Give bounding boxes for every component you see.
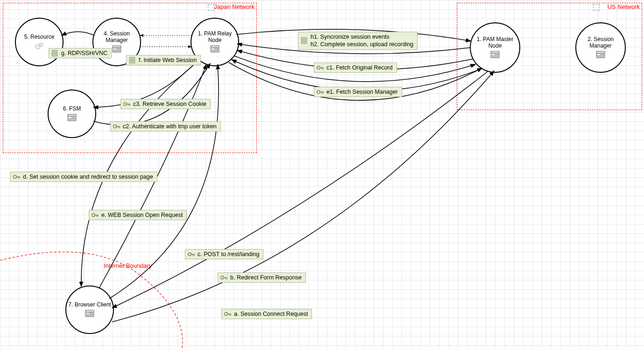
key-icon bbox=[13, 173, 20, 181]
label-c: c. POST to /rest/landing bbox=[185, 249, 263, 259]
node-fsm[interactable]: 6. FSM bbox=[48, 90, 96, 138]
region-label: US Network bbox=[608, 3, 640, 10]
doc-icon bbox=[300, 37, 308, 44]
node-browser-client[interactable]: 7. Browser Client bbox=[65, 285, 114, 334]
key-icon bbox=[220, 274, 227, 281]
node-label: 6. FSM bbox=[61, 106, 83, 112]
gears-icon bbox=[35, 42, 44, 50]
label-e: e. WEB Session Open Request bbox=[89, 210, 187, 220]
label-c3: c3. Retrieve Session Cookie bbox=[120, 99, 211, 109]
label-text: f. Initiate Web Session bbox=[139, 57, 197, 63]
key-icon bbox=[316, 64, 324, 71]
key-icon bbox=[187, 251, 195, 258]
label-text: d. Set session cookie and redirect to se… bbox=[23, 174, 153, 180]
label-a: a. Session Connect Request bbox=[221, 309, 312, 319]
node-label: 1. PAM Master Node bbox=[471, 36, 519, 49]
label-line2: h2. Complete session, upload recording bbox=[311, 41, 413, 48]
label-text: a. Session Connect Request bbox=[234, 311, 308, 317]
label-text: b. Redirect Form Response bbox=[230, 274, 302, 281]
label-e1: e1. Fetch Session Manager bbox=[314, 87, 402, 97]
node-session-manager-us[interactable]: 2. Session Manager bbox=[575, 22, 626, 73]
key-icon bbox=[224, 310, 231, 318]
label-line1: h1. Syncronize session events bbox=[311, 34, 389, 40]
node-label: 5. Resource bbox=[22, 34, 57, 41]
window-icon bbox=[67, 113, 77, 122]
label-text: c2. Authenticate with tmp user token bbox=[123, 123, 217, 130]
internet-boundary-label: Internet Boundary bbox=[104, 262, 152, 269]
node-label: 2. Session Manager bbox=[576, 36, 625, 49]
label-text: c1. Fetch Original Record bbox=[326, 64, 393, 71]
region-icon bbox=[208, 4, 214, 11]
window-icon bbox=[596, 50, 605, 59]
label-d: d. Set session cookie and redirect to se… bbox=[10, 172, 157, 182]
label-text: g. RDP/SSH/VNC bbox=[61, 50, 107, 56]
window-icon bbox=[210, 45, 219, 53]
node-label: 1. PAM Relay Node bbox=[191, 31, 238, 44]
label-c2: c2. Authenticate with tmp user token bbox=[110, 121, 221, 132]
label-text: c3. Retrieve Session Cookie bbox=[133, 101, 206, 107]
key-icon bbox=[316, 88, 324, 96]
region-icon bbox=[593, 4, 600, 11]
node-pam-master[interactable]: 1. PAM Master Node bbox=[470, 22, 520, 73]
node-label: 4. Session Manager bbox=[93, 31, 140, 44]
label-text: e. WEB Session Open Request bbox=[101, 212, 183, 218]
key-icon bbox=[91, 211, 99, 219]
key-icon bbox=[113, 123, 120, 130]
doc-icon bbox=[128, 56, 136, 64]
window-icon bbox=[490, 50, 500, 59]
node-resource[interactable]: 5. Resource bbox=[15, 18, 64, 66]
label-c1: c1. Fetch Original Record bbox=[314, 63, 397, 73]
label-text: c. POST to /rest/landing bbox=[198, 251, 259, 258]
region-label: Japan Network bbox=[214, 3, 255, 10]
window-icon bbox=[85, 309, 94, 318]
label-b: b. Redirect Form Response bbox=[218, 272, 306, 283]
node-label: 7. Browser Client bbox=[66, 302, 113, 308]
label-text: e1. Fetch Session Manager bbox=[326, 89, 398, 95]
window-icon bbox=[112, 45, 121, 53]
key-icon bbox=[123, 100, 130, 108]
doc-icon bbox=[51, 49, 58, 57]
label-f: f. Initiate Web Session bbox=[126, 55, 201, 65]
label-h: h1. Syncronize session events h2. Comple… bbox=[298, 32, 418, 50]
label-g: g. RDP/SSH/VNC bbox=[49, 48, 112, 58]
